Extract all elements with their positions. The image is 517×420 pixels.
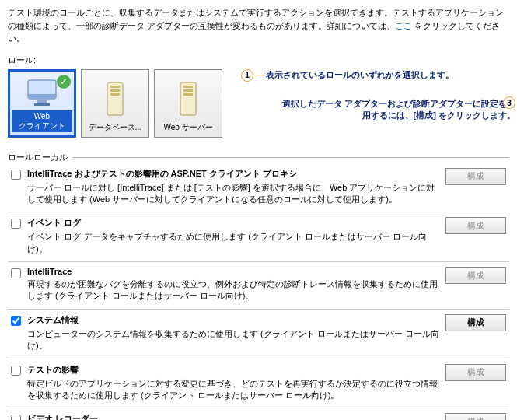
- configure-button[interactable]: 構成: [445, 364, 506, 381]
- svg-rect-10: [183, 89, 193, 92]
- adapter-row: テストの影響特定ビルドのアプリケーションに対する変更に基づき、どのテストを再実行…: [8, 359, 509, 408]
- svg-rect-11: [183, 93, 193, 96]
- adapter-checkbox[interactable]: [11, 170, 21, 180]
- adapter-name: テストの影響: [27, 364, 439, 376]
- svg-rect-1: [28, 94, 56, 99]
- adapter-desc: 再現するのが困難なバグを分離するのに役立つ、例外および特定の診断トレース情報を収…: [27, 278, 439, 303]
- adapter-row: システム情報コンピューターのシステム情報を収集するために使用します (クライアン…: [8, 309, 509, 359]
- adapter-row: IntelliTrace およびテストの影響用の ASP.NET クライアント …: [8, 163, 509, 212]
- adapter-row: IntelliTrace再現するのが困難なバグを分離するのに役立つ、例外および特…: [8, 261, 509, 309]
- section-header: ロールローカル: [8, 152, 509, 163]
- adapter-body: テストの影響特定ビルドのアプリケーションに対する変更に基づき、どのテストを再実行…: [27, 364, 439, 402]
- svg-rect-7: [110, 93, 120, 96]
- configure-button[interactable]: 構成: [445, 314, 506, 331]
- server-tower-icon: [85, 75, 145, 123]
- callout-3-line1: 選択したデータ アダプターおよび診断アダプターに設定を適: [282, 99, 515, 108]
- configure-button[interactable]: 構成: [445, 267, 506, 284]
- adapter-checkbox[interactable]: [11, 316, 21, 326]
- role-tile-database[interactable]: データベース...: [81, 69, 149, 138]
- intro-link[interactable]: ここ: [395, 21, 412, 30]
- adapter-name: ビデオ レコーダー: [27, 413, 439, 420]
- adapter-checkbox[interactable]: [11, 268, 21, 278]
- adapter-body: イベント ログイベント ログ データをキャプチャするために使用します (クライア…: [27, 217, 439, 255]
- adapter-body: IntelliTrace およびテストの影響用の ASP.NET クライアント …: [27, 168, 439, 206]
- adapter-desc: イベント ログ データをキャプチャするために使用します (クライアント ロールま…: [27, 231, 439, 255]
- role-label: データベース...: [85, 123, 145, 132]
- svg-rect-6: [110, 89, 120, 92]
- role-label: Web サーバー: [158, 123, 218, 132]
- callout-3-line2: 用するには、[構成] をクリックします。: [362, 110, 515, 120]
- callout-1-text: 表示されているロールのいずれかを選択します。: [266, 69, 454, 81]
- adapter-checkbox[interactable]: [11, 366, 21, 376]
- adapter-desc: サーバー ロールに対し [IntelliTrace] または [テストの影響] …: [27, 182, 439, 206]
- roles-label: ロール:: [8, 54, 509, 66]
- adapter-checkbox[interactable]: [11, 219, 21, 229]
- svg-rect-5: [110, 86, 120, 88]
- adapter-name: イベント ログ: [27, 217, 439, 229]
- section-title: ロールローカル: [8, 152, 68, 163]
- svg-rect-2: [37, 100, 47, 103]
- callout-badge-1: 1: [241, 69, 253, 82]
- adapter-body: システム情報コンピューターのシステム情報を収集するために使用します (クライアン…: [27, 314, 439, 352]
- adapter-desc: コンピューターのシステム情報を収集するために使用します (クライアント ロールま…: [27, 328, 439, 352]
- intro-text: テスト環境のロールごとに、収集するデータまたはシステムで実行するアクションを選択…: [8, 6, 509, 45]
- adapters-list: IntelliTrace およびテストの影響用の ASP.NET クライアント …: [8, 163, 509, 421]
- role-label: Web クライアント: [12, 110, 72, 132]
- configure-button[interactable]: 構成: [445, 168, 506, 185]
- section-rule: [72, 157, 509, 158]
- adapter-name: IntelliTrace: [27, 267, 439, 276]
- configure-button[interactable]: 構成: [445, 413, 506, 420]
- adapter-body: ビデオ レコーダーテストを実行するときに、コンピューターのデスクトップを記録する…: [27, 413, 439, 420]
- server-tower-icon: [158, 75, 218, 123]
- adapter-checkbox[interactable]: [11, 415, 21, 420]
- configure-button[interactable]: 構成: [445, 217, 506, 234]
- callout-1: 1 表示されているロールのいずれかを選択します。: [241, 69, 454, 82]
- adapter-row: イベント ログイベント ログ データをキャプチャするために使用します (クライア…: [8, 212, 509, 261]
- check-icon: ✓: [57, 75, 71, 89]
- adapter-name: システム情報: [27, 314, 439, 326]
- svg-rect-3: [34, 103, 50, 106]
- adapter-name: IntelliTrace およびテストの影響用の ASP.NET クライアント …: [27, 168, 439, 180]
- adapter-body: IntelliTrace再現するのが困難なバグを分離するのに役立つ、例外および特…: [27, 267, 439, 303]
- adapter-row: ビデオ レコーダーテストを実行するときに、コンピューターのデスクトップを記録する…: [8, 408, 509, 420]
- svg-rect-9: [183, 86, 193, 88]
- adapter-desc: 特定ビルドのアプリケーションに対する変更に基づき、どのテストを再実行するか決定す…: [27, 378, 439, 402]
- role-tile-web-server[interactable]: Web サーバー: [154, 69, 222, 138]
- callout-badge-3: 3: [503, 96, 515, 109]
- callout-3: 選択したデータ アダプターおよび診断アダプターに設定を適 用するには、[構成] …: [282, 98, 515, 122]
- role-tile-web-client[interactable]: ✓ Web クライアント: [8, 69, 76, 138]
